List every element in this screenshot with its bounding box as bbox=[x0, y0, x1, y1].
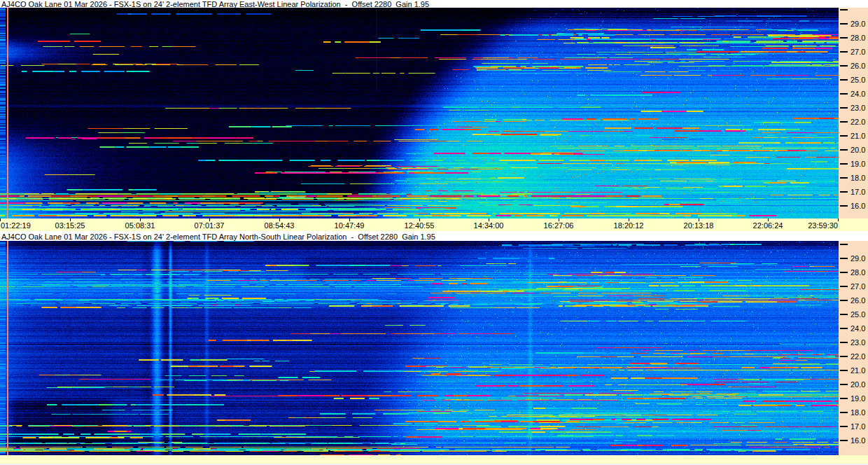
freq-tick-label: 16.0 bbox=[850, 202, 865, 210]
freq-tick bbox=[840, 107, 848, 109]
freq-tick bbox=[840, 328, 848, 329]
time-tick bbox=[838, 218, 839, 221]
freq-tick-label: 21.0 bbox=[850, 366, 865, 375]
freq-tick bbox=[840, 191, 848, 193]
freq-tick-label: 26.0 bbox=[850, 62, 865, 70]
time-tick-label: 20:13:18 bbox=[684, 221, 714, 230]
radio-spectrograph-window: AJ4CO Oak Lane 01 Mar 2026 - FSX-1S on 2… bbox=[0, 0, 868, 465]
freq-tick-label: 20.0 bbox=[850, 380, 865, 389]
time-tick-label: 18:20:12 bbox=[614, 221, 644, 230]
freq-tick-label: 27.0 bbox=[850, 282, 865, 291]
freq-tick bbox=[840, 398, 848, 399]
freq-tick bbox=[840, 177, 848, 179]
time-axis: 01:22:1903:15:2505:08:3107:01:3708:54:43… bbox=[0, 218, 868, 231]
freq-tick-label: 17.0 bbox=[850, 188, 865, 196]
freq-tick-label: 22.0 bbox=[850, 118, 865, 126]
freq-tick bbox=[840, 135, 848, 137]
time-tick-label: 10:47:49 bbox=[335, 221, 365, 230]
time-tick-label: 03:15:25 bbox=[55, 221, 85, 230]
freq-tick-label: 25.0 bbox=[850, 310, 865, 319]
freq-tick-label: 27.0 bbox=[850, 48, 865, 56]
freq-tick bbox=[840, 286, 848, 287]
freq-tick bbox=[840, 37, 848, 39]
freq-tick bbox=[840, 163, 848, 165]
freq-axis-ns: 29.028.027.026.025.024.023.022.021.020.0… bbox=[839, 241, 868, 455]
freq-tick bbox=[840, 412, 848, 413]
freq-axis-ew: 29.028.027.026.025.024.023.022.021.020.0… bbox=[839, 8, 868, 218]
freq-tick bbox=[840, 426, 848, 427]
freq-tick bbox=[840, 93, 848, 95]
freq-tick-label: 19.0 bbox=[850, 394, 865, 403]
freq-tick bbox=[840, 79, 848, 81]
freq-tick bbox=[840, 314, 848, 315]
freq-tick bbox=[840, 370, 848, 371]
freq-tick bbox=[840, 23, 848, 25]
freq-tick bbox=[840, 440, 848, 441]
freq-tick-unlabeled bbox=[840, 244, 848, 245]
freq-tick-label: 16.0 bbox=[850, 436, 865, 445]
freq-tick-label: 18.0 bbox=[850, 174, 865, 182]
freq-tick-label: 23.0 bbox=[850, 104, 865, 112]
freq-tick-unlabeled bbox=[840, 9, 848, 11]
freq-tick bbox=[840, 258, 848, 259]
spectrogram-ew-plot[interactable] bbox=[0, 8, 839, 218]
freq-tick-label: 19.0 bbox=[850, 160, 865, 168]
freq-tick bbox=[840, 342, 848, 343]
freq-tick-label: 29.0 bbox=[850, 254, 865, 263]
panel-title-north-south: AJ4CO Oak Lane 01 Mar 2026 - FSX-1S on 2… bbox=[0, 231, 868, 241]
panel-title-east-west: AJ4CO Oak Lane 01 Mar 2026 - FSX-1S on 2… bbox=[0, 0, 868, 8]
freq-tick bbox=[840, 65, 848, 67]
freq-tick bbox=[840, 121, 848, 123]
freq-tick bbox=[840, 272, 848, 273]
spectrogram-ns-plot[interactable] bbox=[0, 241, 839, 455]
time-tick-label: 12:40:55 bbox=[405, 221, 435, 230]
freq-tick-label: 23.0 bbox=[850, 338, 865, 347]
freq-tick bbox=[840, 384, 848, 385]
bottom-time-strip bbox=[0, 455, 868, 464]
time-tick-label: 14:34:00 bbox=[474, 221, 504, 230]
freq-tick-label: 21.0 bbox=[850, 132, 865, 140]
freq-tick-label: 25.0 bbox=[850, 76, 865, 84]
freq-tick-label: 17.0 bbox=[850, 422, 865, 431]
time-tick-label: 22:06:24 bbox=[753, 221, 783, 230]
freq-tick bbox=[840, 149, 848, 151]
freq-tick-label: 20.0 bbox=[850, 146, 865, 154]
time-tick-label: 23:59:30 bbox=[808, 221, 838, 230]
time-tick-label: 01:22:19 bbox=[1, 221, 31, 230]
freq-tick-label: 29.0 bbox=[850, 20, 865, 28]
freq-tick bbox=[840, 51, 848, 53]
time-tick-label: 16:27:06 bbox=[544, 221, 574, 230]
freq-tick-label: 28.0 bbox=[850, 268, 865, 277]
time-tick-label: 07:01:37 bbox=[195, 221, 225, 230]
time-tick-label: 05:08:31 bbox=[125, 221, 155, 230]
time-tick-label: 08:54:43 bbox=[265, 221, 295, 230]
freq-tick-label: 24.0 bbox=[850, 90, 865, 98]
freq-tick-label: 22.0 bbox=[850, 352, 865, 361]
freq-tick bbox=[840, 205, 848, 207]
freq-tick-label: 28.0 bbox=[850, 34, 865, 42]
freq-tick-label: 24.0 bbox=[850, 324, 865, 333]
freq-tick bbox=[840, 300, 848, 301]
freq-tick-label: 18.0 bbox=[850, 408, 865, 417]
freq-tick bbox=[840, 356, 848, 357]
freq-tick-label: 26.0 bbox=[850, 296, 865, 305]
